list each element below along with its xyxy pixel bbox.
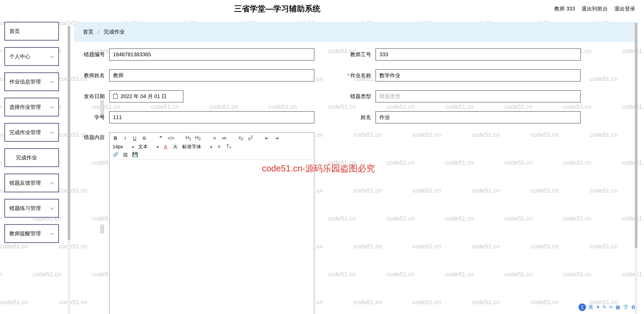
h2-icon[interactable]: H2 [195,135,201,141]
quote-icon[interactable]: ❞ [158,135,164,141]
header-logout[interactable]: 退出登录 [614,5,635,12]
ime-grid-icon[interactable]: ▦ [616,305,620,310]
sidebar-item-label: 错题练习管理 [10,205,41,212]
content-scrollbar[interactable] [635,22,638,314]
sidebar: 首页个人中心作业信息管理选择作业管理完成作业管理完成作业错题反馈管理错题练习管理… [4,22,59,250]
rich-editor: B I U S ❞ </> H1 H2 ≡ •≡ x2 x2 [109,132,314,314]
ime-scissors-icon[interactable]: ✂ [609,305,613,310]
ime-gear-icon[interactable]: ✿ [631,305,635,310]
label-error-type: 错题类型 [345,93,376,100]
sidebar-item-label: 选择作业管理 [10,104,41,111]
font-color-icon[interactable]: A [163,144,168,150]
superscript-icon[interactable]: x2 [248,135,253,142]
breadcrumb: 首页 / 完成作业 [74,22,638,42]
breadcrumb-sep: / [98,29,99,35]
sidebar-item-label: 错题反馈管理 [10,179,41,186]
sidebar-item-label: 完成作业管理 [10,129,41,136]
sidebar-item-8[interactable]: 教师提醒管理 [4,224,59,243]
sidebar-scrollbar[interactable] [68,22,70,314]
bold-icon[interactable]: B [113,135,118,141]
sidebar-item-7[interactable]: 错题练习管理 [4,199,59,218]
sidebar-item-1[interactable]: 个人中心 [4,47,59,66]
header-user[interactable]: 教师 333 [554,5,575,12]
sidebar-item-5[interactable]: 完成作业 [4,148,59,167]
watermark-overlay: code51.cn-源码乐园盗图必究 [262,162,375,174]
link-icon[interactable]: 🔗 [113,152,118,157]
sidebar-item-label: 作业信息管理 [10,78,41,85]
code-icon[interactable]: </> [168,135,175,141]
label-student-no: 学号 [78,114,109,121]
label-error-no: 错题编号 [78,51,109,58]
app-title: 三省学堂—学习辅助系统 [0,3,554,14]
input-work-name[interactable] [376,69,581,81]
subscript-icon[interactable]: x2 [238,135,244,141]
sidebar-item-label: 个人中心 [10,53,30,60]
ime-sparkle-icon[interactable]: ✦ [596,305,600,310]
label-publish-date: 发布日期 [78,93,109,100]
chevron-down-icon [50,80,54,83]
input-teacher-id[interactable] [376,48,581,61]
paragraph-select[interactable]: 文本◆ [138,143,159,150]
label-error-content: 错题内容 [78,132,109,314]
sidebar-item-2[interactable]: 作业信息管理 [4,72,59,91]
fontsize-select[interactable]: 14px◆ [113,144,134,150]
ime-shirt-icon[interactable]: 👕 [623,305,629,310]
header-to-front[interactable]: 退出到前台 [582,5,608,12]
label-student-name: 姓名 [345,114,376,121]
label-teacher-name: 教师姓名 [78,72,109,79]
bg-color-icon[interactable]: A [172,144,178,150]
sidebar-item-label: 首页 [10,28,20,35]
align-icon[interactable]: ≡ [216,144,222,150]
input-error-type[interactable] [376,90,581,102]
input-student-no[interactable] [109,111,314,123]
h1-icon[interactable]: H1 [186,135,191,141]
ime-bar: 王 英 ✦ ✎ ✂ ▦ 👕 ✿ [578,304,635,311]
chevron-down-icon [50,232,54,235]
ime-pencil-icon[interactable]: ✎ [602,305,606,310]
sidebar-item-label: 完成作业 [16,154,37,161]
sidebar-item-4[interactable]: 完成作业管理 [4,123,59,142]
chevron-down-icon [50,181,54,185]
input-student-name[interactable] [376,111,581,123]
editor-body[interactable] [110,160,314,314]
chevron-down-icon [50,207,54,210]
ordered-list-icon[interactable]: ≡ [212,135,218,141]
label-work-name: 作业名称 [345,72,376,79]
chevron-down-icon [50,55,54,58]
italic-icon[interactable]: I [122,135,128,141]
app-header: 三省学堂—学习辅助系统 教师 333 退出到前台 退出登录 [0,0,644,17]
ime-lang[interactable]: 英 [588,304,593,311]
sidebar-item-0[interactable]: 首页 [4,22,59,40]
calendar-icon [113,94,118,99]
image-icon[interactable]: ▧ [122,152,128,157]
fontfamily-select[interactable]: 标准字体◆ [182,143,212,150]
underline-icon[interactable]: U [132,135,138,141]
sidebar-item-3[interactable]: 选择作业管理 [4,98,59,116]
indent-icon[interactable]: ⇥ [274,135,280,141]
input-teacher-name[interactable] [109,69,314,81]
outdent-icon[interactable]: ⇤ [264,135,270,141]
input-publish-date[interactable]: 2022 年 04 月 01 日 [109,90,184,102]
breadcrumb-current: 完成作业 [104,28,125,35]
sidebar-item-label: 教师提醒管理 [10,230,41,237]
ime-badge[interactable]: 王 [578,304,586,311]
breadcrumb-home[interactable]: 首页 [83,28,94,35]
strike-icon[interactable]: S [142,135,147,141]
save-icon[interactable]: 💾 [132,152,138,157]
unordered-list-icon[interactable]: •≡ [221,135,227,141]
input-error-no[interactable] [109,48,314,61]
clear-format-icon[interactable]: T× [226,143,232,150]
chevron-down-icon [50,105,54,109]
editor-toolbar: B I U S ❞ </> H1 H2 ≡ •≡ x2 x2 [110,133,314,160]
chevron-down-icon [50,131,54,134]
sidebar-item-6[interactable]: 错题反馈管理 [4,174,59,192]
label-teacher-id: 教师工号 [345,51,376,58]
